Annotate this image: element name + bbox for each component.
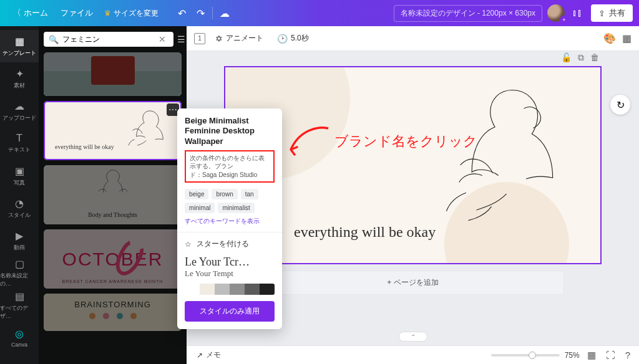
star-label: スターを付ける	[197, 239, 249, 249]
rail-label: 名称未設定の…	[0, 272, 39, 288]
rail-photos[interactable]: ▣写真	[0, 160, 39, 192]
rail-label: テンプレート	[2, 49, 36, 57]
popover-title: Beige Minimalist Feminine Desktop Wallpa…	[185, 116, 275, 146]
upload-icon: ⇧	[598, 9, 605, 18]
swatch[interactable]	[230, 284, 245, 295]
home-button[interactable]: 〈 ホーム	[6, 5, 54, 21]
swatch[interactable]	[260, 284, 275, 295]
star-icon: ☆	[185, 240, 192, 249]
rail-all-designs[interactable]: ▤すべてのデザ…	[0, 289, 39, 322]
templates-icon: ▦	[15, 36, 24, 47]
brand-link[interactable]: 次の条件のものをさらに表示する。ブラン ド：Saga Design Studio	[185, 150, 275, 183]
account-avatar[interactable]: +	[547, 4, 565, 22]
undo-button[interactable]: ↶	[172, 4, 191, 22]
animate-button[interactable]: ✡ アニメート	[212, 31, 267, 46]
rail-text[interactable]: Tテキスト	[0, 127, 39, 160]
add-page-button[interactable]: + ページを追加	[261, 271, 564, 295]
notes-icon: ↗	[197, 351, 203, 360]
clear-search-button[interactable]: ✕	[156, 34, 168, 44]
help-icon[interactable]: ?	[623, 348, 633, 362]
rail-label: アップロード	[2, 114, 36, 122]
grid-view-icon[interactable]: ▦	[585, 348, 598, 362]
filter-button[interactable]: ☰	[177, 31, 185, 47]
insights-button[interactable]: ⫾⫿	[567, 3, 587, 23]
styles-icon: ◔	[15, 198, 24, 209]
crown-icon: ♛	[104, 9, 111, 17]
zoom-slider[interactable]	[491, 354, 560, 357]
tag[interactable]: minimal	[185, 203, 215, 213]
animate-icon: ✡	[215, 34, 223, 44]
rail-label: 動画	[14, 244, 25, 252]
canvas-quote-text[interactable]: everything will be okay	[294, 224, 436, 241]
template-thumb[interactable]: Body and Thoughts	[44, 165, 182, 224]
rail-label: Canva	[11, 342, 27, 348]
animate-label: アニメート	[226, 33, 263, 44]
rail-recent-design[interactable]: ▢名称未設定の…	[0, 257, 39, 289]
text-icon: T	[16, 133, 22, 144]
zoom-value: 75%	[565, 351, 580, 360]
resize-label: サイズを変更	[114, 8, 159, 19]
apply-style-button[interactable]: スタイルのみ適用	[185, 301, 275, 322]
rail-styles[interactable]: ◔スタイル	[0, 192, 39, 224]
rail-templates[interactable]: ▦テンプレート	[0, 30, 39, 62]
search-input[interactable]	[62, 35, 156, 44]
template-thumb[interactable]: BRAINSTORMING	[44, 294, 182, 331]
cloud-sync-icon[interactable]: ☁	[215, 4, 234, 22]
show-all-tags-link[interactable]: すべてのキーワードを表示	[185, 217, 275, 226]
clock-icon: 🕑	[277, 34, 288, 44]
delete-page-icon[interactable]: 🗑	[590, 52, 599, 63]
template-search[interactable]: 🔍 ✕	[44, 32, 173, 47]
redo-button[interactable]: ↷	[191, 4, 210, 22]
search-icon: 🔍	[49, 35, 59, 44]
swatch[interactable]	[245, 284, 260, 295]
color-wheel-icon[interactable]: 🎨	[603, 32, 616, 44]
rail-uploads[interactable]: ☁アップロード	[0, 95, 39, 127]
share-button[interactable]: ⇧ 共有	[591, 4, 633, 22]
grid-icon: ▤	[15, 290, 24, 302]
font-preview: Le Your Tcr… Le Your Tempt	[185, 256, 275, 279]
rail-video[interactable]: ▶動画	[0, 224, 39, 257]
tag[interactable]: minimalist	[218, 203, 254, 213]
fullscreen-icon[interactable]: ⛶	[603, 348, 618, 362]
regenerate-button[interactable]: ↻	[610, 95, 630, 115]
swatch[interactable]	[185, 284, 200, 295]
font-sample-1: Le Your Tcr…	[185, 256, 275, 269]
lineart-icon	[119, 106, 175, 155]
page-indicator[interactable]: 1	[194, 33, 205, 44]
brand-line2: ド：Saga Design Studio	[190, 171, 270, 180]
template-thumb[interactable]: OCTOBER BREAST CANCER AWARENESS MONTH	[44, 229, 182, 289]
notes-label: メモ	[206, 350, 221, 360]
share-label: 共有	[609, 7, 625, 19]
template-thumb-active[interactable]: ⋯ everything will be okay	[44, 101, 182, 160]
photos-icon: ▣	[15, 165, 24, 177]
template-thumb[interactable]	[44, 52, 182, 96]
document-title-input[interactable]: 名称未設定のデザイン - 1200px × 630px	[394, 5, 542, 22]
swatch[interactable]	[200, 284, 215, 295]
page-expand-button[interactable]: ⌃	[399, 332, 427, 342]
file-menu[interactable]: ファイル	[54, 5, 99, 21]
rail-label: すべてのデザ…	[0, 304, 39, 320]
template-info-popover: Beige Minimalist Feminine Desktop Wallpa…	[177, 108, 282, 329]
swatch[interactable]	[215, 284, 230, 295]
duplicate-page-icon[interactable]: ⧉	[578, 52, 584, 63]
rail-label: テキスト	[8, 146, 31, 154]
lock-page-icon[interactable]: 🔓	[561, 52, 572, 63]
notes-button[interactable]: ↗ メモ	[193, 348, 225, 362]
tag[interactable]: tan	[241, 189, 258, 199]
zoom-thumb[interactable]	[529, 352, 536, 359]
rail-canva[interactable]: ◎Canva	[0, 322, 39, 354]
canvas-lineart[interactable]	[432, 79, 575, 252]
invite-plus-icon: +	[560, 16, 568, 24]
grid-toggle-icon[interactable]: ▦	[622, 32, 632, 44]
tag[interactable]: beige	[185, 189, 208, 199]
duration-button[interactable]: 🕑 5.0秒	[273, 31, 313, 46]
recent-design-icon: ▢	[15, 258, 24, 270]
tag[interactable]: brown	[212, 189, 237, 199]
thumb-caption: everything will be okay	[55, 143, 114, 150]
video-icon: ▶	[16, 230, 23, 242]
palette-row[interactable]	[185, 284, 275, 295]
rail-elements[interactable]: ✦素材	[0, 62, 39, 95]
star-button[interactable]: ☆ スターを付ける	[185, 239, 275, 249]
resize-menu[interactable]: ♛ サイズを変更	[99, 6, 163, 21]
home-label: ホーム	[24, 7, 48, 19]
